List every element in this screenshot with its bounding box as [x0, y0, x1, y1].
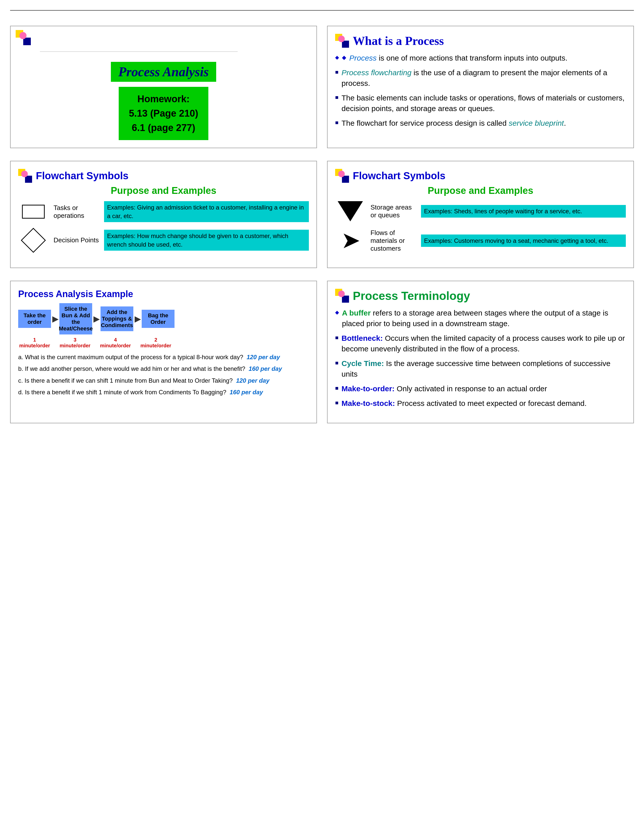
slide1-line: [40, 51, 238, 52]
logo-pink-2: [338, 35, 345, 42]
slide2-title: What is a Process: [353, 34, 444, 48]
slide2-logo: [335, 34, 349, 48]
term-bullet-4: Make-to-order: Only activated in respons…: [335, 383, 626, 394]
symbol-example-flows: Examples: Customers moving to a seat, me…: [421, 235, 626, 247]
slide6-title: Process Terminology: [353, 289, 470, 303]
slide-flowchart-1: Flowchart Symbols Purpose and Examples T…: [10, 161, 317, 268]
time-2: 3 minute/order: [59, 337, 92, 349]
answer-3: 120 per day: [236, 377, 269, 384]
term-5-word: Make-to-stock:: [341, 399, 395, 407]
term-1-word: A buffer: [342, 309, 371, 317]
slide6-header: Process Terminology: [335, 289, 626, 303]
term-2-text: Bottleneck: Occurs when the limited capa…: [341, 333, 626, 354]
qa-list: a. What is the current maximum output of…: [18, 352, 309, 397]
term-3-word: Cycle Time:: [341, 359, 384, 368]
answer-2: 160 per day: [249, 365, 282, 372]
term-4-word: Make-to-order:: [341, 384, 394, 393]
bullet-1: ◆ Process is one of more actions that tr…: [335, 53, 626, 63]
box-label-3: Add the Toppings & Condiments: [101, 309, 133, 329]
slide3-title: Flowchart Symbols: [36, 170, 129, 182]
slide-flowchart-2: Flowchart Symbols Purpose and Examples S…: [327, 161, 634, 268]
symbol-shape-rect: [18, 205, 48, 219]
bullet-3-text: The basic elements can include tasks or …: [341, 93, 626, 114]
symbol-label-tasks: Tasks or operations: [53, 204, 99, 220]
symbol-shape-diamond: [18, 232, 48, 249]
term-3-text: Cycle Time: Is the average successive ti…: [341, 358, 626, 380]
flow-arrow-3: ▶: [135, 315, 140, 323]
box-label-2: Slice the Bun & Add the Meat/Cheese: [59, 306, 93, 332]
process-box-4: Bag the Order: [142, 310, 174, 328]
slide4-title: Flowchart Symbols: [353, 170, 446, 182]
slide4-logo: [335, 169, 349, 183]
flow-arrow-2: ▶: [93, 315, 99, 323]
logo-pink-6: [338, 291, 345, 297]
term-5-text: Make-to-stock: Process activated to meet…: [341, 398, 586, 408]
slide3-purpose: Purpose and Examples: [18, 185, 309, 196]
symbol-label-decision: Decision Points: [53, 236, 99, 244]
slide1-homework: Homework:5.13 (Page 210)6.1 (page 277): [119, 87, 208, 140]
symbol-example-tasks: Examples: Giving an admission ticket to …: [104, 201, 309, 222]
symbol-example-storage: Examples: Sheds, lines of people waiting…: [421, 205, 626, 217]
symbol-row-arrow: ➤ Flows of materials or customers Exampl…: [335, 229, 626, 252]
logo-pink: [19, 32, 27, 39]
triangle-shape: [338, 201, 363, 221]
symbol-row-diamond: Decision Points Examples: How much chang…: [18, 230, 309, 251]
slide1-logo: [16, 30, 33, 45]
bullet-4-italic: service blueprint: [509, 119, 564, 127]
bullet-4: The flowchart for service process design…: [335, 118, 626, 129]
term-bullet-5: Make-to-stock: Process activated to meet…: [335, 398, 626, 408]
qa-1: a. What is the current maximum output of…: [18, 352, 309, 362]
bullet-2-italic: Process flowcharting: [341, 68, 411, 77]
slide1-title: Process Analysis: [111, 62, 216, 82]
bullet-4-text: The flowchart for service process design…: [341, 118, 566, 129]
bullet-2-text: Process flowcharting is the use of a dia…: [341, 68, 626, 88]
process-box-1: Take the order: [18, 310, 51, 328]
time-3: 4 minute/order: [99, 337, 132, 349]
row-1: Process Analysis Homework:5.13 (Page 210…: [10, 26, 634, 148]
slide-terminology: Process Terminology A buffer refers to a…: [327, 281, 634, 423]
slide5-title: Process Analysis Example: [18, 289, 309, 299]
box-label-1: Take the order: [21, 312, 48, 325]
answer-1: 120 per day: [246, 354, 280, 360]
process-box-2: Slice the Bun & Add the Meat/Cheese: [60, 303, 92, 334]
row-2: Flowchart Symbols Purpose and Examples T…: [10, 161, 634, 268]
logo-shapes: [16, 30, 31, 45]
row-3: Process Analysis Example Take the order …: [10, 281, 634, 423]
slide3-logo: [18, 169, 32, 183]
flow-arrow-1: ▶: [52, 315, 58, 323]
logo-pink-3: [21, 170, 28, 177]
symbol-example-decision: Examples: How much change should be give…: [104, 230, 309, 251]
top-border: [10, 10, 634, 11]
symbol-shape-triangle: [335, 201, 365, 221]
slide6-logo: [335, 289, 349, 303]
term-bullet-1: A buffer refers to a storage area betwee…: [335, 308, 626, 329]
slide4-header: Flowchart Symbols: [335, 169, 626, 183]
term-2-word: Bottleneck:: [341, 334, 383, 342]
time-1: 1 minute/order: [18, 337, 51, 349]
term-1-text: A buffer refers to a storage area betwee…: [342, 308, 626, 329]
process-box-3: Add the Toppings & Condiments: [100, 306, 134, 331]
symbol-shape-arrow: ➤: [335, 229, 365, 252]
qa-2: b. If we add another person, where would…: [18, 364, 309, 373]
qa-4: d. Is there a benefit if we shift 1 minu…: [18, 388, 309, 397]
rect-shape: [22, 205, 45, 219]
bullet-1-marker: ◆: [342, 54, 346, 61]
slide-process-example: Process Analysis Example Take the order …: [10, 281, 317, 423]
bullet-3: The basic elements can include tasks or …: [335, 93, 626, 114]
slide2-header: What is a Process: [335, 34, 626, 48]
term-bullet-3: Cycle Time: Is the average successive ti…: [335, 358, 626, 380]
term-bullet-2: Bottleneck: Occurs when the limited capa…: [335, 333, 626, 354]
bullet-1-italic: Process: [349, 54, 377, 62]
slide3-header: Flowchart Symbols: [18, 169, 309, 183]
box-label-4: Bag the Order: [145, 312, 171, 325]
answer-4: 160 per day: [230, 389, 263, 396]
time-row: 1 minute/order 3 minute/order 4 minute/o…: [18, 337, 309, 349]
slide6-bullets: A buffer refers to a storage area betwee…: [335, 305, 626, 415]
slide-process-analysis: Process Analysis Homework:5.13 (Page 210…: [10, 26, 317, 148]
term-4-text: Make-to-order: Only activated in respons…: [341, 383, 547, 394]
symbol-label-flows: Flows of materials or customers: [370, 229, 416, 252]
bullet-2: Process flowcharting is the use of a dia…: [335, 68, 626, 88]
homework-text: Homework:5.13 (Page 210)6.1 (page 277): [129, 94, 198, 133]
qa-3: c. Is there a benefit if we can shift 1 …: [18, 376, 309, 386]
bullet-1-text: Process is one of more actions that tran…: [349, 53, 567, 63]
